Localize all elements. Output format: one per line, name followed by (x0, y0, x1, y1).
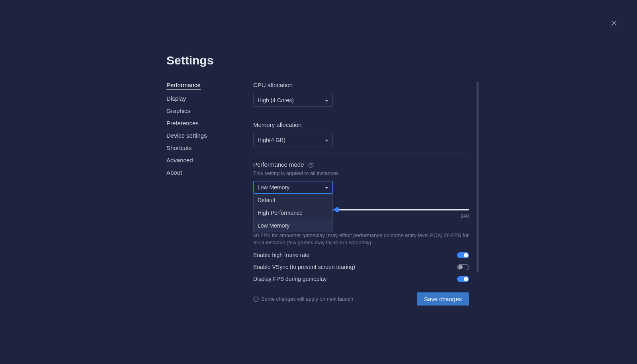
close-button[interactable] (611, 20, 617, 26)
enable-vsync-label: Enable VSync (to prevent screen tearing) (253, 264, 355, 270)
performance-mode-dropdown: DefaultHigh PerformanceLow Memory (253, 194, 333, 232)
performance-mode-select[interactable]: Low Memory (253, 181, 333, 194)
sidebar-item-label: Performance (166, 82, 201, 90)
sidebar-item-advanced[interactable]: Advanced (166, 157, 253, 164)
divider (253, 114, 469, 114)
frame-rate-max-label: 240 (460, 213, 469, 219)
cpu-allocation-select[interactable]: High (4 Cores) (253, 94, 333, 107)
performance-mode-option-high-performance[interactable]: High Performance (254, 206, 332, 219)
memory-allocation-value: High(4 GB) (258, 137, 285, 143)
caret-down-icon (325, 137, 328, 143)
enable-vsync-toggle[interactable] (457, 264, 469, 270)
cpu-allocation-value: High (4 Cores) (258, 97, 294, 103)
settings-sidebar: PerformanceDisplayGraphicsPreferencesDev… (166, 82, 253, 306)
svg-point-3 (256, 298, 256, 298)
performance-mode-sublabel: This setting is applied to all instances (253, 170, 469, 176)
display-fps-label: Display FPS during gameplay (253, 276, 326, 282)
display-fps-toggle[interactable] (457, 276, 469, 282)
caret-down-icon (325, 97, 328, 103)
slider-thumb[interactable] (335, 207, 340, 212)
sidebar-item-display[interactable]: Display (166, 95, 253, 102)
sidebar-item-device-settings[interactable]: Device settings (166, 132, 253, 139)
page-title: Settings (166, 54, 469, 67)
svg-point-1 (311, 166, 311, 167)
save-changes-button[interactable]: Save changes (417, 292, 469, 306)
toggle-knob (464, 277, 468, 281)
enable-high-frame-rate-label: Enable high frame rate (253, 252, 310, 258)
memory-allocation-label: Memory allocation (253, 121, 469, 128)
performance-mode-value: Low Memory (258, 184, 289, 191)
sidebar-item-graphics[interactable]: Graphics (166, 107, 253, 114)
performance-mode-option-default[interactable]: Default (254, 194, 332, 206)
apply-on-launch-note: Some changes will apply on next launch (253, 296, 353, 302)
toggle-knob (458, 265, 463, 269)
enable-high-frame-rate-toggle[interactable] (457, 252, 469, 258)
toggle-knob (464, 253, 468, 257)
help-icon[interactable] (308, 162, 314, 168)
sidebar-item-preferences[interactable]: Preferences (166, 120, 253, 127)
sidebar-item-about[interactable]: About (166, 169, 253, 176)
info-icon (253, 296, 259, 302)
sidebar-item-shortcuts[interactable]: Shortcuts (166, 144, 253, 151)
memory-allocation-select[interactable]: High(4 GB) (253, 134, 333, 146)
performance-mode-option-low-memory[interactable]: Low Memory (254, 219, 332, 232)
recommended-fps-text: 60 FPS for smoother gameplay (may effect… (253, 232, 469, 246)
close-icon (611, 20, 617, 26)
sidebar-item-performance[interactable]: Performance (166, 82, 253, 90)
performance-mode-label: Performance mode (253, 161, 469, 168)
cpu-allocation-label: CPU allocation (253, 82, 469, 88)
divider (253, 154, 469, 154)
svg-rect-4 (256, 299, 256, 300)
scrollbar-thumb[interactable] (477, 82, 479, 273)
caret-down-icon (325, 184, 328, 191)
